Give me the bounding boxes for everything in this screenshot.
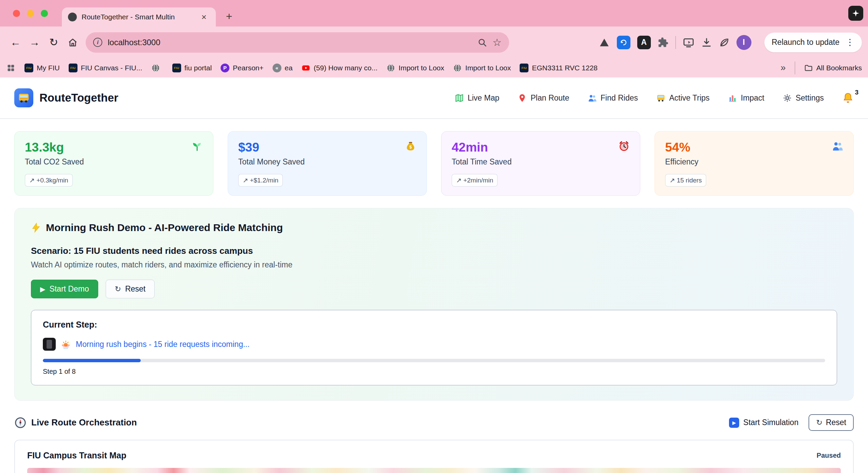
start-demo-button[interactable]: ▶ Start Demo (31, 280, 98, 298)
current-step-heading: Current Step: (43, 320, 825, 330)
url-text[interactable]: localhost:3000 (108, 38, 472, 47)
relaunch-button[interactable]: Relaunch to update ⋮ (764, 33, 862, 52)
stat-card-time: 42min Total Time Saved ↗ +2min/min (441, 131, 640, 196)
minimize-window-button[interactable] (27, 10, 34, 17)
map-status-badge: Paused (817, 452, 841, 459)
current-step-text: Morning rush begins - 15 ride requests i… (76, 340, 249, 349)
close-window-button[interactable] (13, 10, 20, 17)
nav-item-settings[interactable]: Settings (783, 93, 824, 103)
close-tab-icon[interactable]: × (198, 11, 210, 23)
app-logo[interactable] (14, 88, 33, 107)
nav-label: Impact (741, 93, 764, 103)
fiu-favicon: FIU (172, 64, 181, 72)
site-header: RouteTogether Live Map Plan Route Find R… (0, 77, 868, 119)
bookmark-label: FIU Canvas - FIU... (81, 64, 142, 72)
brand-name[interactable]: RouteTogether (39, 91, 118, 104)
a-extension-icon[interactable]: A (637, 36, 651, 49)
bookmark-label: My FIU (37, 64, 60, 72)
notifications-button[interactable]: 3 (842, 92, 854, 104)
bookmark-label: Import to Loox (399, 64, 444, 72)
stat-card-efficiency: 54% Efficiency ↗ 15 riders (655, 131, 854, 196)
extensions-puzzle-icon[interactable] (658, 37, 669, 48)
pin-icon (518, 93, 527, 103)
map-title: FIU Campus Transit Map (27, 451, 126, 460)
bookmark-item[interactable] (151, 64, 163, 72)
forward-icon[interactable]: → (25, 33, 44, 52)
pearson-favicon: P (221, 64, 229, 72)
campus-map-image[interactable] (27, 468, 841, 473)
stats-row: 13.3kg Total CO2 Saved ↗ +0.3kg/min $39 … (0, 119, 868, 196)
current-step-card: Current Step: Morning rush begins - 15 r… (31, 310, 837, 385)
bookmark-label: Pearson+ (233, 64, 263, 72)
bookmarks-divider (795, 62, 795, 74)
bookmark-item[interactable]: Import to Loox (386, 64, 444, 72)
all-bookmarks-label: All Bookmarks (816, 64, 862, 72)
screen-share-icon[interactable] (683, 37, 694, 48)
reset-demo-button[interactable]: ↻ Reset (106, 280, 155, 298)
reset-simulation-button[interactable]: ↻ Reset (809, 414, 854, 431)
fiu-favicon: FIU (520, 64, 528, 72)
stat-trend-badge: ↗ +2min/min (452, 174, 498, 187)
nav-item-live-map[interactable]: Live Map (455, 93, 499, 103)
orchestration-header: Live Route Orchestration ▶ Start Simulat… (14, 414, 854, 431)
apps-grid-icon[interactable] (6, 63, 16, 73)
address-bar[interactable]: i localhost:3000 ☆ (86, 32, 509, 53)
bookmark-item[interactable]: P Pearson+ (221, 64, 263, 72)
nav-item-plan-route[interactable]: Plan Route (518, 93, 569, 103)
toolbar-extensions: A I Relaunch to update ⋮ (598, 33, 862, 52)
reset-icon: ↻ (115, 285, 121, 294)
sunrise-icon (61, 340, 70, 349)
nav-item-find-rides[interactable]: Find Rides (588, 93, 638, 103)
fiu-favicon: FIU (24, 64, 33, 72)
bookmark-item[interactable]: « ea (273, 64, 293, 72)
nav-label: Live Map (468, 93, 499, 103)
browser-tab-strip: RouteTogether - Smart Multin × + (0, 0, 868, 27)
profile-avatar[interactable]: I (736, 35, 751, 50)
notification-count-badge: 3 (855, 89, 858, 96)
browser-menu-icon[interactable]: ⋮ (846, 37, 854, 48)
bookmark-label: Import to Loox (465, 64, 511, 72)
bookmark-label: ea (285, 64, 293, 72)
start-simulation-button[interactable]: ▶ Start Simulation (729, 418, 798, 428)
nav-item-active-trips[interactable]: Active Trips (656, 93, 710, 103)
phone-icon (43, 338, 56, 351)
bookmark-item[interactable]: Import to Loox (453, 64, 511, 72)
orchestration-title: Live Route Orchestration (31, 417, 137, 428)
bookmark-item[interactable]: FIU FIU Canvas - FIU... (69, 64, 142, 72)
blue-extension-icon[interactable] (617, 36, 630, 49)
home-icon[interactable] (63, 33, 82, 52)
sparkle-icon[interactable] (848, 6, 863, 21)
bookmark-item[interactable]: FIU fiu portal (172, 64, 212, 72)
bookmark-label: fiu portal (185, 64, 212, 72)
stat-value: 42min (452, 140, 630, 155)
fullscreen-window-button[interactable] (41, 10, 48, 17)
triangle-extension-icon[interactable] (598, 37, 610, 48)
leaf-icon[interactable] (719, 37, 730, 48)
bookmark-item[interactable]: FIU My FIU (24, 64, 60, 72)
nav-label: Settings (796, 93, 824, 103)
bookmarks-bar: FIU My FIU FIU FIU Canvas - FIU... FIU f… (0, 58, 868, 77)
globe-favicon (151, 64, 160, 72)
new-tab-button[interactable]: + (222, 9, 237, 24)
gear-icon (783, 93, 792, 103)
bookmarks-overflow-icon[interactable]: » (781, 63, 786, 73)
bus-icon (656, 93, 665, 103)
downloads-icon[interactable] (701, 37, 712, 48)
bookmark-item[interactable]: FIU EGN3311 RVC 1228 (520, 64, 597, 72)
bus-icon (18, 92, 30, 104)
play-icon: ▶ (40, 285, 45, 293)
bookmark-item[interactable]: (59) How many co... (301, 64, 378, 72)
all-bookmarks-button[interactable]: All Bookmarks (804, 64, 862, 72)
step-counter: Step 1 of 8 (43, 368, 825, 375)
reset-icon: ↻ (816, 418, 822, 427)
lens-search-icon[interactable] (478, 38, 487, 47)
nav-label: Active Trips (669, 93, 710, 103)
bookmark-star-icon[interactable]: ☆ (492, 36, 502, 48)
reload-icon[interactable]: ↻ (44, 33, 63, 52)
browser-toolbar: ← → ↻ i localhost:3000 ☆ A I (0, 27, 868, 58)
ea-favicon: « (273, 64, 281, 72)
browser-tab[interactable]: RouteTogether - Smart Multin × (62, 7, 216, 27)
nav-item-impact[interactable]: Impact (728, 93, 764, 103)
back-icon[interactable]: ← (6, 33, 25, 52)
site-info-icon[interactable]: i (93, 38, 102, 47)
